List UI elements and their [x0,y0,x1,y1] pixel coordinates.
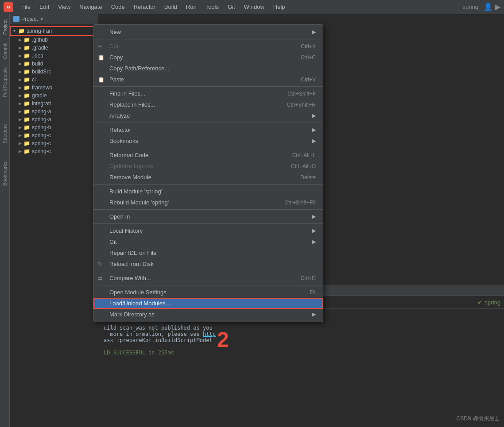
menu-find-files-shortcut: Ctrl+Shift+F [287,91,316,97]
menu-open-in[interactable]: Open In ▶ [93,211,323,222]
menu-local-history-arrow: ▶ [312,228,316,234]
menu-copy[interactable]: 📋 Copy Ctrl+C [93,52,323,63]
menu-compare-with[interactable]: ⇄ Compare With... Ctrl+D [93,273,323,284]
project-dropdown-icon[interactable]: ▼ [39,17,44,22]
tree-item-spring-a2[interactable]: ▶ 📁 spring-a [10,115,98,123]
sidebar-tab-structure[interactable]: Structure [1,120,8,147]
chevron-spring-b: ▶ [19,125,22,130]
tree-root[interactable]: ▼ 📁 spring-fran [10,26,98,36]
tree-item-integrati[interactable]: ▶ 📁 integrati [10,100,98,108]
chevron-idea: ▶ [19,54,22,58]
tree-item-buildsrc[interactable]: ▶ 📁 buildSrc [10,68,98,76]
menu-help[interactable]: Help [270,3,289,11]
build-item-row: ✔ spring [477,298,500,307]
menu-open-in-label: Open In [109,213,309,220]
menu-cut-shortcut: Ctrl+X [301,43,316,50]
label-build: build [32,61,43,67]
separator-7 [93,223,323,224]
sidebar-tab-project[interactable]: Project [1,16,8,38]
menu-repair-ide-label: Repair IDE on File [109,250,316,256]
menu-load-unload-label: Load/Unload Modules... [109,300,316,307]
chevron-github: ▶ [19,38,22,42]
menu-local-history[interactable]: Local History ▶ [93,225,323,236]
menu-navigate[interactable]: Navigate [76,3,105,11]
menu-reload-disk[interactable]: ↻ Reload from Disk [93,258,323,269]
build-log-line-4: more information, please see http [104,331,499,337]
chevron-gradle2: ▶ [19,93,22,98]
menu-reformat-label: Reformat Code [109,152,289,158]
menu-open-module-settings[interactable]: Open Module Settings F4 [93,287,323,298]
tree-item-idea[interactable]: ▶ 📁 .idea [10,52,98,60]
menu-refactor-label: Refactor [109,127,309,133]
menu-find-files-label: Find in Files... [109,90,284,97]
menu-repair-ide[interactable]: Repair IDE on File [93,247,323,258]
menu-remove-module[interactable]: Remove Module Delete [93,172,323,183]
build-check-icon: ✔ [477,299,482,306]
tree-item-spring-c3[interactable]: ▶ 📁 spring-c [10,147,98,155]
separator-3 [93,123,323,123]
menu-file[interactable]: File [18,3,34,11]
copy-icon: 📋 [98,54,105,61]
menu-find-files[interactable]: Find in Files... Ctrl+Shift+F [93,88,323,99]
project-name-display: spring [463,4,478,10]
menu-cut[interactable]: ✂ Cut Ctrl+X [93,41,323,52]
menu-copy-path[interactable]: Copy Path/Reference... [93,63,323,74]
menu-git[interactable]: Git [224,3,239,11]
menu-new-label: New [109,29,309,35]
sidebar-tab-bookmarks[interactable]: Bookmarks [1,158,8,189]
menu-new[interactable]: New ▶ [93,27,323,38]
menu-build-module[interactable]: Build Module 'spring' [93,186,323,197]
menu-paste[interactable]: 📋 Paste Ctrl+V [93,74,323,85]
menu-rebuild-module[interactable]: Rebuild Module 'spring' Ctrl+Shift+F9 [93,197,323,208]
label-ci: ci [32,77,36,83]
main-layout: Project Commit Pull Requests Structure B… [0,14,504,427]
menu-analyze-label: Analyze [109,112,309,119]
menu-mark-directory[interactable]: Mark Directory as ▶ [93,309,323,320]
menu-bookmarks-arrow: ▶ [312,138,316,144]
menu-remove-module-label: Remove Module [109,174,297,181]
separator-2 [93,86,323,87]
tree-item-build[interactable]: ▶ 📁 build [10,60,98,68]
menu-git[interactable]: Git ▶ [93,236,323,247]
menu-compare-with-label: Compare With... [109,275,297,281]
menu-run[interactable]: Run [182,3,200,11]
sidebar-tab-pull-requests[interactable]: Pull Requests [1,64,8,101]
tree-item-spring-c1[interactable]: ▶ 📁 spring-c [10,131,98,139]
tree-item-gradle2[interactable]: ▶ 📁 gradle [10,92,98,100]
menu-replace-files[interactable]: Replace in Files... Ctrl+Shift+R [93,99,323,110]
tree-item-spring-c2[interactable]: ▶ 📁 spring-c [10,139,98,147]
menu-optimize[interactable]: Optimize Imports Ctrl+Alt+O [93,161,323,172]
build-link[interactable]: http [203,331,216,337]
paste-icon: 📋 [98,77,105,83]
sidebar-tab-commit[interactable]: Commit [1,39,8,63]
menu-reformat[interactable]: Reformat Code Ctrl+Alt+L [93,150,323,161]
menu-view[interactable]: View [54,3,74,11]
chevron-gradle: ▶ [19,46,22,50]
toolbar-icons: 👤 ▶ [484,3,500,11]
tree-item-github[interactable]: ▶ 📁 .github [10,36,98,44]
menu-refactor[interactable]: Refactor [130,3,159,11]
menu-copy-path-label: Copy Path/Reference... [109,65,316,72]
menu-local-history-label: Local History [109,227,309,234]
chevron-ci: ▶ [19,77,22,82]
tree-item-gradle[interactable]: ▶ 📁 .gradle [10,44,98,52]
tree-item-framewo[interactable]: ▶ 📁 framewo [10,84,98,92]
menu-load-unload[interactable]: Load/Unload Modules... [93,298,323,309]
vcs-icon[interactable]: ▶ [495,3,500,11]
chevron-framewo: ▶ [19,85,22,90]
menu-tools[interactable]: Tools [202,3,222,11]
menu-build[interactable]: Build [161,3,181,11]
tree-item-spring-b[interactable]: ▶ 📁 spring-b [10,123,98,131]
menu-refactor[interactable]: Refactor ▶ [93,124,323,135]
user-icon[interactable]: 👤 [484,3,492,11]
menu-code[interactable]: Code [108,3,128,11]
menu-bookmarks[interactable]: Bookmarks ▶ [93,135,323,146]
tree-item-ci[interactable]: ▶ 📁 ci [10,76,98,84]
menu-analyze[interactable]: Analyze ▶ [93,110,323,121]
menu-compare-shortcut: Ctrl+D [301,275,316,281]
separator-9 [93,285,323,285]
tree-item-spring-a1[interactable]: ▶ 📁 spring-a [10,108,98,115]
menu-window[interactable]: Window [240,3,268,11]
menu-rebuild-shortcut: Ctrl+Shift+F9 [284,200,316,206]
menu-edit[interactable]: Edit [36,3,53,11]
